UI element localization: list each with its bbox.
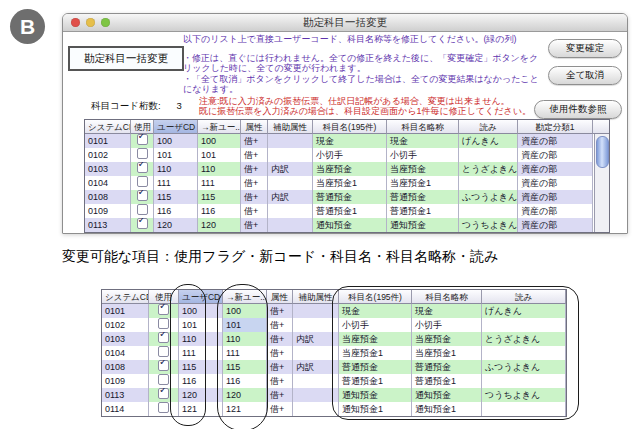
cell-new-cd[interactable]: 121: [223, 402, 267, 416]
cell-yomi[interactable]: [482, 374, 566, 388]
cell-yomi[interactable]: [482, 402, 566, 416]
cell-name[interactable]: 通知預金1: [339, 402, 412, 416]
cell-new-cd[interactable]: 111: [198, 176, 241, 190]
cell-used[interactable]: [131, 218, 154, 232]
checkbox-checked-icon[interactable]: [158, 360, 169, 371]
column-header-short-name[interactable]: 科目名略称: [412, 290, 482, 304]
vertical-scrollbar[interactable]: [594, 134, 609, 232]
cell-short-name[interactable]: 普通預金: [387, 190, 459, 204]
checkbox-unchecked-icon[interactable]: [137, 204, 148, 215]
column-header-yomi[interactable]: 読み: [482, 290, 566, 304]
cell-used[interactable]: [149, 360, 179, 374]
column-header-used[interactable]: 使用: [149, 290, 179, 304]
cell-name[interactable]: 普通預金: [339, 360, 412, 374]
column-header-new-cd[interactable]: →新ユー...: [223, 290, 267, 304]
cell-name[interactable]: 小切手: [339, 318, 412, 332]
cell-new-cd[interactable]: 101: [223, 318, 267, 332]
cell-yomi[interactable]: [459, 176, 518, 190]
column-header-system-cd[interactable]: システムCD: [85, 120, 131, 134]
cell-short-name[interactable]: 通知預金1: [412, 402, 482, 416]
usage-count-button[interactable]: 使用件数参照: [534, 100, 622, 119]
column-header-user-cd[interactable]: ユーザCD▲: [154, 120, 198, 134]
checkbox-checked-icon[interactable]: [158, 304, 169, 315]
checkbox-unchecked-icon[interactable]: [158, 374, 169, 385]
confirm-change-button[interactable]: 変更確定: [548, 39, 622, 58]
checkbox-checked-icon[interactable]: [158, 332, 169, 343]
cell-name[interactable]: 当座預金: [339, 332, 412, 346]
cell-new-cd[interactable]: 110: [198, 162, 241, 176]
cell-name[interactable]: 現金: [339, 304, 412, 318]
column-header-sub-attr[interactable]: 補助属性: [268, 120, 313, 134]
cell-used[interactable]: [131, 148, 154, 162]
cell-name[interactable]: 通知預金: [313, 218, 387, 232]
cell-name[interactable]: 当座預金: [313, 162, 387, 176]
cell-yomi[interactable]: [482, 346, 566, 360]
cell-yomi[interactable]: [459, 204, 518, 218]
cell-short-name[interactable]: 通知預金: [412, 388, 482, 402]
cell-short-name[interactable]: 当座預金1: [387, 176, 459, 190]
cell-short-name[interactable]: 当座預金: [412, 332, 482, 346]
cell-short-name[interactable]: 小切手: [412, 318, 482, 332]
cell-name[interactable]: 普通預金1: [339, 374, 412, 388]
column-header-short-name[interactable]: 科目名略称: [387, 120, 459, 134]
cell-used[interactable]: [131, 162, 154, 176]
cell-used[interactable]: [131, 134, 154, 148]
cell-yomi[interactable]: げんきん: [459, 134, 518, 148]
cell-short-name[interactable]: 現金: [387, 134, 459, 148]
cell-new-cd[interactable]: 110: [223, 332, 267, 346]
cell-name[interactable]: 現金: [313, 134, 387, 148]
cell-used[interactable]: [149, 332, 179, 346]
column-header-new-cd[interactable]: →新ユー...: [198, 120, 241, 134]
checkbox-checked-icon[interactable]: [137, 134, 148, 145]
checkbox-unchecked-icon[interactable]: [158, 346, 169, 357]
column-header-attr[interactable]: 属性: [267, 290, 293, 304]
column-header-attr[interactable]: 属性: [241, 120, 268, 134]
cell-yomi[interactable]: とうざよきん: [459, 162, 518, 176]
cell-yomi[interactable]: つうちよきん: [459, 218, 518, 232]
checkbox-unchecked-icon[interactable]: [137, 176, 148, 187]
column-header-system-cd[interactable]: システムCD: [102, 290, 149, 304]
window-titlebar[interactable]: 勘定科目一括変更: [63, 14, 627, 32]
close-icon[interactable]: [71, 18, 80, 27]
cell-yomi[interactable]: ふつうよきん: [459, 190, 518, 204]
cell-used[interactable]: [149, 304, 179, 318]
cell-short-name[interactable]: 通知預金: [387, 218, 459, 232]
cell-new-cd[interactable]: 120: [223, 388, 267, 402]
cell-short-name[interactable]: 当座預金: [387, 162, 459, 176]
cell-yomi[interactable]: [482, 318, 566, 332]
cell-name[interactable]: 普通預金: [313, 190, 387, 204]
cell-name[interactable]: 通知預金: [339, 388, 412, 402]
zoom-icon[interactable]: [101, 18, 110, 27]
cell-used[interactable]: [131, 190, 154, 204]
scrollbar-thumb[interactable]: [596, 136, 609, 168]
cell-short-name[interactable]: 小切手: [387, 148, 459, 162]
column-header-user-cd[interactable]: ユーザCD▲: [179, 290, 223, 304]
cell-new-cd[interactable]: 116: [223, 374, 267, 388]
cell-new-cd[interactable]: 101: [198, 148, 241, 162]
cell-yomi[interactable]: [459, 148, 518, 162]
cell-short-name[interactable]: 現金: [412, 304, 482, 318]
column-header-yomi[interactable]: 読み: [459, 120, 518, 134]
cell-yomi[interactable]: げんきん: [482, 304, 566, 318]
cell-new-cd[interactable]: 100: [198, 134, 241, 148]
minimize-icon[interactable]: [86, 18, 95, 27]
cell-short-name[interactable]: 普通預金: [412, 360, 482, 374]
checkbox-unchecked-icon[interactable]: [137, 148, 148, 159]
cell-used[interactable]: [149, 402, 179, 416]
cell-short-name[interactable]: 当座預金1: [412, 346, 482, 360]
cell-short-name[interactable]: 普通預金1: [387, 204, 459, 218]
checkbox-checked-icon[interactable]: [137, 218, 148, 229]
cell-name[interactable]: 当座預金1: [339, 346, 412, 360]
column-header-name[interactable]: 科目名(195件): [313, 120, 387, 134]
cell-new-cd[interactable]: 100: [223, 304, 267, 318]
cell-yomi[interactable]: ふつうよきん: [482, 360, 566, 374]
cell-yomi[interactable]: とうざよきん: [482, 332, 566, 346]
cell-used[interactable]: [131, 176, 154, 190]
column-header-class1[interactable]: 勘定分類1: [518, 120, 593, 134]
column-header-name[interactable]: 科目名(195件): [339, 290, 412, 304]
cancel-all-button[interactable]: 全て取消: [548, 66, 622, 85]
cell-name[interactable]: 普通預金1: [313, 204, 387, 218]
checkbox-unchecked-icon[interactable]: [158, 318, 169, 329]
column-header-used[interactable]: 使用: [131, 120, 154, 134]
cell-new-cd[interactable]: 116: [198, 204, 241, 218]
